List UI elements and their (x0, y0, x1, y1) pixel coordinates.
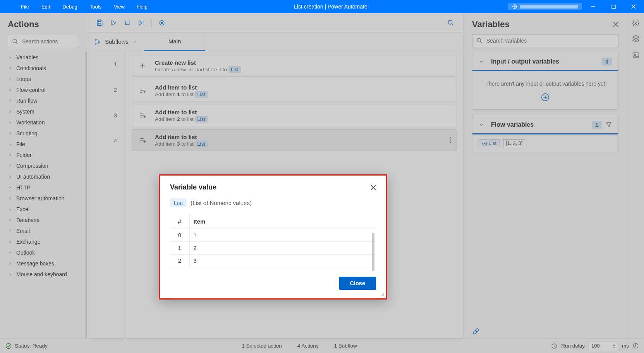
svg-rect-8 (98, 23, 101, 25)
line-number: 1 (87, 51, 125, 77)
add-io-variable-button[interactable] (479, 93, 611, 102)
run-delay-input[interactable]: 100 ▲▼ (589, 341, 618, 351)
actions-search-placeholder: Search actions (22, 38, 58, 45)
dialog-title: Variable value (170, 183, 371, 191)
editor-search-button[interactable] (444, 16, 458, 30)
flow-variables-header[interactable]: Flow variables 1 (472, 116, 618, 134)
scrollbar[interactable] (372, 233, 374, 271)
stop-button[interactable] (120, 16, 134, 30)
category-label: Mouse and keyboard (16, 271, 67, 277)
line-number: 2 (87, 77, 125, 102)
actions-title: Actions (0, 19, 87, 35)
action-category[interactable]: Outlook (0, 247, 86, 258)
action-category[interactable]: HTTP (0, 182, 86, 193)
resize-grip-icon[interactable] (380, 293, 384, 296)
action-category[interactable]: Exchange (0, 236, 86, 247)
io-variables-header[interactable]: Input / output variables 0 (472, 53, 618, 71)
table-row[interactable]: 01 (170, 229, 376, 242)
action-category[interactable]: System (0, 106, 86, 117)
action-category[interactable]: Database (0, 215, 86, 226)
images-rail-icon[interactable] (632, 51, 640, 59)
variable-type-desc: (List of Numeric values) (191, 200, 252, 206)
environment-name-blurred (520, 5, 578, 9)
actions-panel: Actions Search actions VariablesConditio… (0, 13, 87, 338)
action-category[interactable]: File (0, 139, 86, 150)
action-category[interactable]: Compression (0, 160, 86, 171)
step-card[interactable]: Add item to listAdd item 2 to list List (132, 105, 457, 126)
search-icon (476, 38, 483, 44)
action-category[interactable]: Folder (0, 150, 86, 160)
svg-line-16 (452, 24, 453, 26)
svg-point-14 (161, 22, 163, 24)
info-icon[interactable] (633, 343, 639, 349)
environment-badge[interactable] (508, 3, 582, 10)
svg-point-42 (477, 38, 481, 42)
filter-button[interactable] (606, 122, 612, 128)
minimize-button[interactable] (584, 0, 602, 13)
chevron-right-icon (8, 196, 12, 200)
action-category[interactable]: Excel (0, 204, 86, 215)
step-title: Add item to list (155, 134, 450, 140)
menu-view[interactable]: View (108, 0, 131, 13)
line-number: 3 (87, 102, 125, 128)
spinner-icons[interactable]: ▲▼ (613, 343, 615, 349)
actions-category-list[interactable]: VariablesConditionalsLoopsFlow controlRu… (0, 52, 87, 338)
menu-debug[interactable]: Debug (56, 0, 83, 13)
step-button[interactable] (134, 16, 148, 30)
chevron-right-icon (8, 131, 12, 135)
step-subtitle: Add item 1 to list List (155, 91, 450, 97)
action-category[interactable]: Conditionals (0, 63, 86, 74)
step-card[interactable]: Create new listCreate a new list and sto… (132, 55, 457, 77)
variables-rail-icon[interactable]: {x} (632, 19, 639, 26)
step-card[interactable]: Add item to listAdd item 1 to list List (132, 80, 457, 102)
action-category[interactable]: Message boxes (0, 258, 86, 269)
chevron-right-icon (8, 240, 12, 244)
category-label: Outlook (16, 250, 35, 256)
step-card[interactable]: Add item to listAdd item 3 to list List (132, 129, 457, 151)
clear-variables-button[interactable] (464, 324, 627, 338)
svg-point-37 (450, 138, 451, 139)
layers-rail-icon[interactable] (632, 35, 640, 43)
svg-point-62 (381, 295, 381, 296)
row-index: 1 (170, 242, 189, 255)
line-number: 4 (87, 128, 125, 153)
flow-variable-item[interactable]: {x} List [1, 2, 3] (479, 139, 525, 147)
close-button[interactable]: Close (339, 277, 376, 290)
action-category[interactable]: Run flow (0, 95, 86, 106)
dialog-close-button[interactable] (371, 185, 376, 190)
chevron-right-icon (8, 164, 12, 168)
io-variables-count: 0 (602, 58, 612, 65)
category-label: Email (16, 228, 30, 234)
subflows-dropdown[interactable]: Subflows (87, 38, 144, 45)
maximize-button[interactable] (605, 0, 622, 13)
actions-search-input[interactable]: Search actions (8, 35, 79, 48)
action-category[interactable]: Loops (0, 74, 86, 84)
ms-label: ms (622, 343, 629, 349)
category-label: Database (16, 217, 39, 223)
variables-close-button[interactable] (613, 22, 618, 27)
table-row[interactable]: 23 (170, 255, 376, 267)
menu-help[interactable]: Help (131, 0, 154, 13)
action-category[interactable]: UI automation (0, 171, 86, 182)
action-category[interactable]: Browser automation (0, 193, 86, 204)
tab-main[interactable]: Main (144, 33, 206, 51)
action-category[interactable]: Email (0, 226, 86, 236)
category-label: Folder (16, 152, 32, 158)
table-row[interactable]: 12 (170, 242, 376, 255)
variables-search-placeholder: Search variables (486, 38, 527, 44)
action-category[interactable]: Mouse and keyboard (0, 269, 86, 280)
run-button[interactable] (106, 16, 120, 30)
action-category[interactable]: Workstation (0, 117, 86, 128)
record-button[interactable] (155, 16, 169, 30)
chevron-right-icon (8, 110, 12, 114)
step-menu-button[interactable] (450, 137, 451, 143)
menu-tools[interactable]: Tools (84, 0, 108, 13)
variables-search-input[interactable]: Search variables (472, 34, 618, 47)
action-category[interactable]: Flow control (0, 84, 86, 95)
action-category[interactable]: Scripting (0, 128, 86, 139)
close-window-button[interactable] (625, 0, 642, 13)
action-category[interactable]: Variables (0, 52, 86, 63)
save-button[interactable] (93, 16, 106, 30)
menu-file[interactable]: File (15, 0, 35, 13)
menu-edit[interactable]: Edit (35, 0, 56, 13)
